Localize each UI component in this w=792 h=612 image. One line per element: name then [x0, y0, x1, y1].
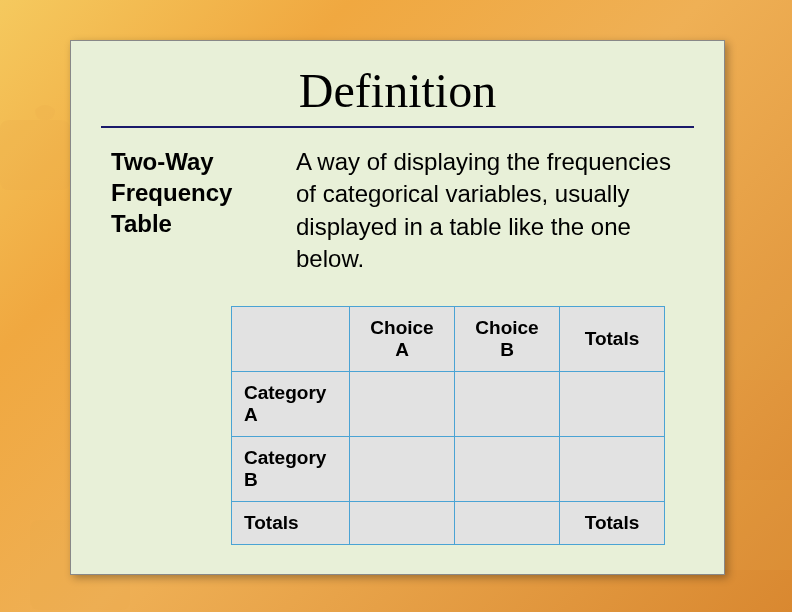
table-row-label: Category A — [232, 371, 350, 436]
table-header-cell: Choice B — [455, 306, 560, 371]
table-cell — [350, 501, 455, 544]
table-cell — [560, 436, 665, 501]
term-label: Two-Way Frequency Table — [111, 146, 266, 276]
divider — [101, 126, 694, 128]
table-header-cell: Choice A — [350, 306, 455, 371]
content-row: Two-Way Frequency Table A way of display… — [101, 146, 694, 276]
card-title: Definition — [101, 63, 694, 118]
frequency-table: Choice A Choice B Totals Category A Cate… — [231, 306, 665, 545]
table-header-row: Choice A Choice B Totals — [232, 306, 665, 371]
table-row: Category B — [232, 436, 665, 501]
table-row-label: Totals — [232, 501, 350, 544]
table-header-cell — [232, 306, 350, 371]
table-cell — [350, 436, 455, 501]
table-header-cell: Totals — [560, 306, 665, 371]
table-cell — [560, 371, 665, 436]
table-wrapper: Choice A Choice B Totals Category A Cate… — [101, 306, 694, 545]
table-cell — [350, 371, 455, 436]
table-row: Category A — [232, 371, 665, 436]
table-row-label: Category B — [232, 436, 350, 501]
table-cell: Totals — [560, 501, 665, 544]
table-cell — [455, 436, 560, 501]
definition-card: Definition Two-Way Frequency Table A way… — [70, 40, 725, 575]
table-row: Totals Totals — [232, 501, 665, 544]
term-description: A way of displaying the frequencies of c… — [296, 146, 684, 276]
table-cell — [455, 371, 560, 436]
table-cell — [455, 501, 560, 544]
